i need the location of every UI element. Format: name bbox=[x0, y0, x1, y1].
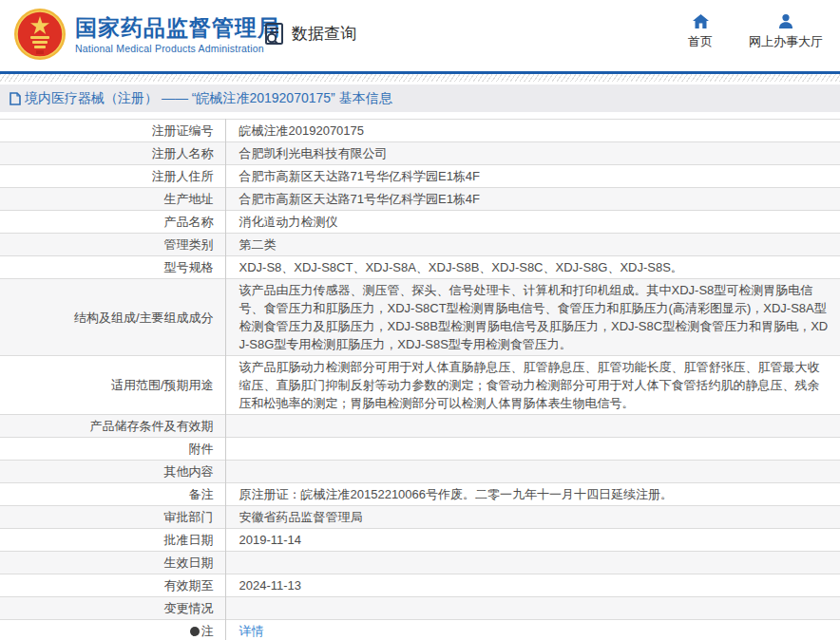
table-row: 备注 原注册证：皖械注准20152210066号作废。二零一九年十一月十四日延续… bbox=[0, 483, 840, 506]
field-value: 原注册证：皖械注准20152210066号作废。二零一九年十一月十四日延续注册。 bbox=[225, 483, 840, 506]
table-row: 注 详情 bbox=[0, 620, 840, 640]
document-search-icon bbox=[262, 21, 288, 47]
table-row: 附件 bbox=[0, 438, 840, 461]
field-label: 变更情况 bbox=[0, 597, 225, 620]
note-balloon-icon bbox=[190, 627, 200, 636]
table-row: 注册证编号 皖械注准20192070175 bbox=[0, 120, 840, 142]
field-label: 管理类别 bbox=[0, 234, 225, 256]
field-value bbox=[225, 461, 840, 483]
field-value: 皖械注准20192070175 bbox=[225, 120, 840, 142]
field-value bbox=[225, 438, 840, 461]
org-title: 国家药品监督管理局 bbox=[75, 15, 280, 40]
nav-home[interactable]: 首页 bbox=[688, 14, 713, 50]
table-row: 批准日期 2019-11-14 bbox=[0, 529, 840, 552]
info-table-body: 注册证编号 皖械注准20192070175 注册人名称 合肥凯利光电科技有限公司… bbox=[0, 120, 840, 640]
field-label: 注册证编号 bbox=[0, 120, 225, 142]
field-label: 备注 bbox=[0, 483, 225, 506]
field-value: 2024-11-13 bbox=[225, 574, 840, 597]
breadcrumb-text: 境内医疗器械（注册） —— “皖械注准20192070175” 基本信息 bbox=[25, 90, 392, 107]
nav-service-hall[interactable]: 网上办事大厅 bbox=[749, 14, 823, 50]
org-subtitle: National Medical Products Administration bbox=[75, 43, 280, 54]
table-row: 管理类别 第二类 bbox=[0, 234, 840, 256]
table-row: 有效期至 2024-11-13 bbox=[0, 574, 840, 597]
header-right-nav: 首页 网上办事大厅 bbox=[688, 14, 823, 50]
field-value bbox=[225, 597, 840, 620]
field-value: 合肥凯利光电科技有限公司 bbox=[225, 142, 840, 165]
field-label: 注 bbox=[0, 620, 225, 640]
table-row: 审批部门 安徽省药品监督管理局 bbox=[0, 506, 840, 529]
table-row: 结构及组成/主要组成成分 该产品由压力传感器、测压管、探头、信号处理卡、计算机和… bbox=[0, 279, 840, 356]
table-row: 生产地址 合肥市高新区天达路71号华亿科学园E1栋4F bbox=[0, 188, 840, 211]
field-value: 第二类 bbox=[225, 234, 840, 256]
field-value: 合肥市高新区天达路71号华亿科学园E1栋4F bbox=[225, 188, 840, 211]
field-label: 生产地址 bbox=[0, 188, 225, 211]
table-row: 产品名称 消化道动力检测仪 bbox=[0, 211, 840, 234]
field-value bbox=[225, 415, 840, 438]
field-value: XDJ-S8、XDJ-S8CT、XDJ-S8A、XDJ-S8B、XDJ-S8C、… bbox=[225, 256, 840, 279]
field-label: 注册人名称 bbox=[0, 142, 225, 165]
header-hatch-strip bbox=[0, 74, 840, 82]
field-value: 该产品由压力传感器、测压管、探头、信号处理卡、计算机和打印机组成。其中XDJ-S… bbox=[225, 279, 840, 356]
field-label: 型号规格 bbox=[0, 256, 225, 279]
field-label: 审批部门 bbox=[0, 506, 225, 529]
table-row: 适用范围/预期用途 该产品肛肠动力检测部分可用于对人体直肠静息压、肛管静息压、肛… bbox=[0, 356, 840, 415]
org-title-block: 国家药品监督管理局 National Medical Products Admi… bbox=[75, 15, 280, 54]
nav-data-query-label: 数据查询 bbox=[292, 23, 356, 45]
field-label: 生效日期 bbox=[0, 552, 225, 574]
field-value: 该产品肛肠动力检测部分可用于对人体直肠静息压、肛管静息压、肛管功能长度、肛管舒张… bbox=[225, 356, 840, 415]
table-row: 注册人住所 合肥市高新区天达路71号华亿科学园E1栋4F bbox=[0, 165, 840, 188]
table-row: 型号规格 XDJ-S8、XDJ-S8CT、XDJ-S8A、XDJ-S8B、XDJ… bbox=[0, 256, 840, 279]
field-label: 产品储存条件及有效期 bbox=[0, 415, 225, 438]
header: 国家药品监督管理局 National Medical Products Admi… bbox=[0, 0, 840, 71]
field-value: 合肥市高新区天达路71号华亿科学园E1栋4F bbox=[225, 165, 840, 188]
field-value: 安徽省药品监督管理局 bbox=[225, 506, 840, 529]
field-label: 产品名称 bbox=[0, 211, 225, 234]
field-label: 结构及组成/主要组成成分 bbox=[0, 279, 225, 356]
registration-info-table: 注册证编号 皖械注准20192070175 注册人名称 合肥凯利光电科技有限公司… bbox=[0, 119, 840, 640]
nmpa-logo[interactable]: 国家药品监督管理局 National Medical Products Admi… bbox=[13, 8, 280, 61]
china-national-emblem-icon bbox=[13, 8, 67, 61]
breadcrumb: 境内医疗器械（注册） —— “皖械注准20192070175” 基本信息 bbox=[0, 85, 840, 112]
detail-link[interactable]: 详情 bbox=[239, 624, 264, 638]
field-label: 适用范围/预期用途 bbox=[0, 356, 225, 415]
home-icon bbox=[693, 14, 709, 28]
field-label: 批准日期 bbox=[0, 529, 225, 552]
field-value: 消化道动力检测仪 bbox=[225, 211, 840, 234]
table-row: 变更情况 bbox=[0, 597, 840, 620]
field-label: 注册人住所 bbox=[0, 165, 225, 188]
field-label: 其他内容 bbox=[0, 461, 225, 483]
nav-data-query[interactable]: 数据查询 bbox=[262, 21, 356, 47]
field-value bbox=[225, 552, 840, 574]
field-label: 附件 bbox=[0, 438, 225, 461]
table-row: 其他内容 bbox=[0, 461, 840, 483]
nav-home-label: 首页 bbox=[688, 33, 713, 50]
table-row: 产品储存条件及有效期 bbox=[0, 415, 840, 438]
person-icon bbox=[778, 14, 793, 28]
field-value: 2019-11-14 bbox=[225, 529, 840, 552]
field-label: 有效期至 bbox=[0, 574, 225, 597]
table-row: 注册人名称 合肥凯利光电科技有限公司 bbox=[0, 142, 840, 165]
document-icon bbox=[10, 92, 21, 105]
table-row: 生效日期 bbox=[0, 552, 840, 574]
field-value: 详情 bbox=[225, 620, 840, 640]
nav-service-hall-label: 网上办事大厅 bbox=[749, 33, 823, 50]
